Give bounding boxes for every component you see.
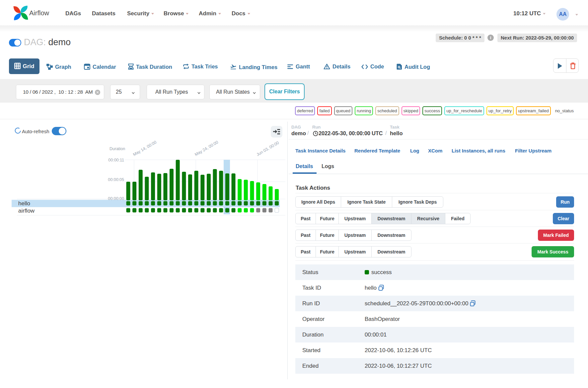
svg-text:airflow: airflow	[18, 208, 35, 214]
svg-text:hello: hello	[18, 200, 30, 207]
svg-text:00:00:00: 00:00:00	[108, 196, 124, 201]
svg-text:Duration: Duration	[110, 146, 125, 151]
svg-text:Jun 03, 00:00: Jun 03, 00:00	[256, 141, 280, 157]
svg-text:May 24, 00:00: May 24, 00:00	[194, 140, 219, 157]
svg-text:May 14, 00:00: May 14, 00:00	[132, 140, 158, 157]
svg-text:00:00:11: 00:00:11	[108, 158, 124, 162]
svg-text:00:00:05: 00:00:05	[108, 177, 124, 182]
